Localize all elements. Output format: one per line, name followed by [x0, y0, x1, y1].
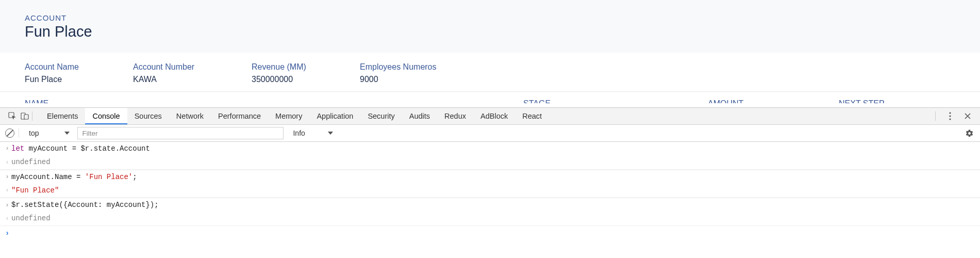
console-output-line: ‹undefined: [0, 155, 980, 169]
kebab-menu-icon[interactable]: [944, 110, 956, 122]
devtools-tab-security[interactable]: Security: [360, 108, 402, 124]
device-toolbar-icon[interactable]: [19, 110, 31, 122]
svg-point-4: [949, 115, 951, 117]
console-line-text: undefined: [11, 213, 51, 223]
devtools-tab-console[interactable]: Console: [85, 108, 127, 124]
chevron-down-icon: [64, 132, 70, 135]
log-level-value: Info: [293, 129, 305, 137]
related-list-header-cutoff: NAME STAGE AMOUNT NEXT STEP: [0, 92, 980, 107]
cutoff-col-name: NAME: [25, 99, 48, 108]
console-line-text: undefined: [11, 157, 51, 167]
devtools-tab-memory[interactable]: Memory: [268, 108, 309, 124]
field-account-number: Account Number KAWA: [133, 62, 215, 84]
chevron-right-icon: ›: [3, 144, 11, 153]
field-revenue: Revenue (MM) 350000000: [252, 62, 329, 84]
cutoff-col-stage: STAGE: [523, 99, 551, 108]
devtools-tab-react[interactable]: React: [515, 108, 549, 124]
close-icon[interactable]: [961, 110, 974, 122]
field-label: Account Number: [133, 62, 215, 72]
chevron-left-icon: ‹: [3, 186, 11, 195]
log-level-select[interactable]: Info: [288, 126, 336, 140]
filter-input[interactable]: [77, 127, 284, 139]
execution-context-select[interactable]: top: [23, 126, 73, 140]
field-value: 350000000: [252, 75, 329, 84]
svg-point-5: [949, 118, 951, 120]
cutoff-col-amount: AMOUNT: [708, 99, 743, 108]
devtools-tab-network[interactable]: Network: [169, 108, 211, 124]
devtools-tab-redux[interactable]: Redux: [437, 108, 473, 124]
devtools-tab-sources[interactable]: Sources: [127, 108, 169, 124]
svg-rect-2: [24, 115, 28, 119]
field-value: 9000: [360, 75, 437, 84]
chevron-left-icon: ‹: [3, 214, 11, 223]
console-log-area[interactable]: ›let myAccount = $r.state.Account‹undefi…: [0, 142, 980, 239]
console-input-line: ›let myAccount = $r.state.Account: [0, 142, 980, 155]
console-output-line: ‹"Fun Place": [0, 184, 980, 198]
devtools-tab-adblock[interactable]: AdBlock: [473, 108, 515, 124]
console-line-text: $r.setState({Account: myAccount});: [11, 200, 159, 210]
console-filterbar: top Info: [0, 125, 980, 142]
console-line-text: "Fun Place": [11, 185, 59, 196]
chevron-left-icon: ‹: [3, 158, 11, 167]
field-label: Revenue (MM): [252, 62, 329, 72]
context-value: top: [29, 129, 39, 137]
chevron-down-icon: [328, 132, 333, 135]
field-label: Account Name: [25, 62, 107, 72]
console-settings-icon[interactable]: [964, 127, 975, 139]
console-line-text: myAccount.Name = 'Fun Place';: [11, 172, 137, 182]
field-value: KAWA: [133, 75, 215, 84]
separator: [32, 111, 32, 121]
console-input-line: ›myAccount.Name = 'Fun Place';: [0, 170, 980, 184]
devtools-tabbar: ElementsConsoleSourcesNetworkPerformance…: [0, 108, 980, 125]
field-account-name: Account Name Fun Place: [25, 62, 107, 84]
console-output-line: ‹undefined: [0, 212, 980, 225]
record-fields-row: Account Name Fun Place Account Number KA…: [0, 53, 980, 92]
clear-console-icon[interactable]: [5, 128, 14, 138]
field-label: Employees Numeros: [360, 62, 437, 72]
chevron-right-icon: ›: [3, 228, 11, 238]
devtools-tab-performance[interactable]: Performance: [211, 108, 268, 124]
devtools-tab-elements[interactable]: Elements: [40, 108, 85, 124]
field-employees: Employees Numeros 9000: [360, 62, 437, 84]
devtools-panel: ElementsConsoleSourcesNetworkPerformance…: [0, 107, 980, 239]
record-header: ACCOUNT Fun Place: [0, 0, 980, 53]
devtools-tabs: ElementsConsoleSourcesNetworkPerformance…: [40, 108, 932, 124]
console-line-text: let myAccount = $r.state.Account: [11, 143, 150, 154]
console-prompt[interactable]: ›: [0, 226, 980, 239]
svg-point-3: [949, 112, 951, 114]
chevron-right-icon: ›: [3, 172, 11, 181]
chevron-right-icon: ›: [3, 201, 11, 209]
devtools-right-controls: [932, 110, 976, 122]
console-input-line: ›$r.setState({Account: myAccount});: [0, 198, 980, 212]
separator: [19, 128, 19, 138]
record-type-label: ACCOUNT: [25, 13, 955, 22]
devtools-tab-application[interactable]: Application: [309, 108, 360, 124]
inspect-element-icon[interactable]: [6, 110, 19, 122]
cutoff-col-nextstep: NEXT STEP: [839, 99, 885, 108]
record-name: Fun Place: [25, 23, 955, 40]
separator: [935, 111, 936, 121]
devtools-tab-audits[interactable]: Audits: [402, 108, 437, 124]
field-value: Fun Place: [25, 75, 107, 84]
